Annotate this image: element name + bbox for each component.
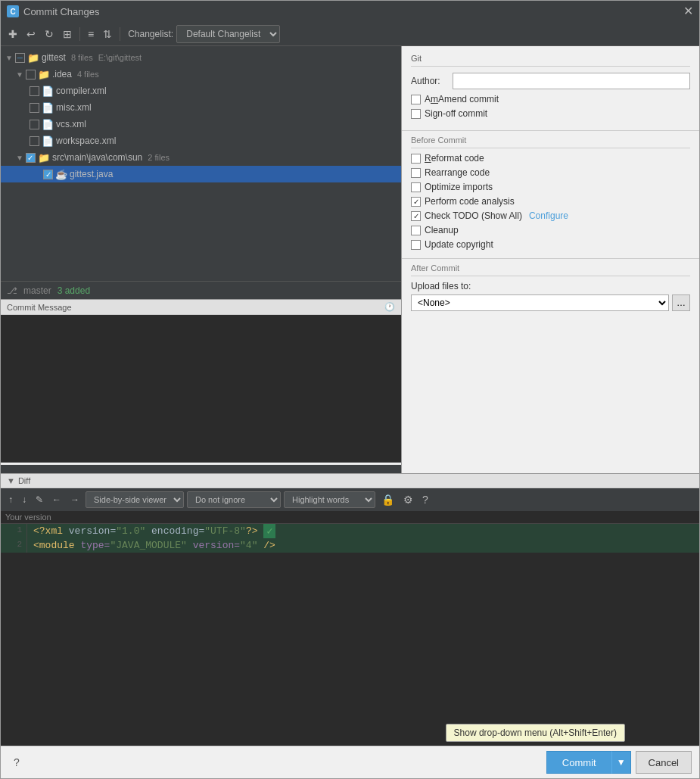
refresh-button[interactable]: ↻ [42,26,57,42]
cancel-button[interactable]: Cancel [636,751,692,774]
highlight-dropdown[interactable]: Highlight words Highlight lines Highligh… [284,491,375,508]
vcs-xml-icon: 📄 [42,119,54,130]
left-panel: ▼ ─ 📁 gittest 8 files E:\git\gittest ▼ 📁… [1,46,402,473]
author-row: Author: [411,73,690,89]
optimize-checkbox[interactable] [411,182,421,192]
main-content: ▼ ─ 📁 gittest 8 files E:\git\gittest ▼ 📁… [1,46,699,473]
tree-file-vcs[interactable]: 📄 vcs.xml [1,116,401,132]
your-version-label: Your version [1,511,699,524]
separator-2 [120,27,120,41]
tree-file-misc[interactable]: 📄 misc.xml [1,99,401,116]
amend-commit-label: AmAmend commit [425,94,499,104]
tree-file-gittest-java[interactable]: ✓ ☕ gittest.java [1,166,401,182]
workspace-xml-icon: 📄 [42,136,54,147]
add-button[interactable]: ✚ [5,26,20,42]
lock-button[interactable]: 🔒 [378,492,397,507]
commit-dropdown-button[interactable]: ▼ [611,751,631,774]
commit-changes-window: C Commit Changes ✕ ✚ ↩ ↻ ⊞ ≡ ⇅ Changelis… [0,0,700,779]
gittest-java-label: gittest.java [70,169,113,179]
commit-message-header: Commit Message 🕐 [1,300,401,315]
rearrange-label: Rearrange code [425,167,490,178]
workspace-checkbox[interactable] [30,136,39,146]
rearrange-row: Rearrange code [411,167,690,178]
diff-down-button[interactable]: ↓ [19,493,30,506]
idea-folder-icon: 📁 [38,69,50,80]
update-copyright-row: Update copyright [411,239,690,250]
reformat-row: Reformat code [411,153,690,164]
diff-line-content-2: <module type="JAVA_MODULE" version="4" /… [27,538,282,553]
help-diff-button[interactable]: ? [419,492,431,507]
cleanup-checkbox[interactable] [411,226,421,235]
expand-button[interactable]: ≡ [85,26,97,42]
tree-file-compiler[interactable]: 📄 compiler.xml [1,83,401,99]
changelist-dropdown[interactable]: Default Changelist [176,25,280,43]
workspace-label: workspace.xml [56,136,116,146]
diff-edit-button[interactable]: ✎ [33,493,46,506]
reformat-checkbox[interactable] [411,154,421,164]
root-folder-icon: 📁 [27,52,39,64]
reformat-label: Reformat code [425,153,484,164]
misc-checkbox[interactable] [30,103,39,113]
title-bar: C Commit Changes ✕ [1,1,699,22]
undo-button[interactable]: ↩ [23,26,39,42]
diff-back-button[interactable]: ← [49,493,64,506]
status-bar-left: ⎇ master 3 added [1,281,401,299]
check-todo-checkbox[interactable]: ✓ [411,211,421,221]
compiler-checkbox[interactable] [30,86,39,96]
diff-arrow-icon: ▼ [7,476,15,485]
commit-button[interactable]: Commit [546,751,611,774]
viewer-dropdown[interactable]: Side-by-side viewer Unified viewer [86,491,184,508]
commit-button-group: Commit ▼ Cancel [546,751,692,774]
git-header: Git [411,54,690,67]
settings-button[interactable]: ⚙ [400,492,416,507]
commit-message-input[interactable] [1,315,401,463]
idea-count: 4 files [77,70,99,79]
tree-file-workspace[interactable]: 📄 workspace.xml [1,132,401,149]
diff-line-1: 1 <?xml version="1.0" encoding="UTF-8"?>… [1,524,699,538]
commit-message-section: Commit Message 🕐 [1,299,401,465]
close-button[interactable]: ✕ [683,5,693,17]
signoff-checkbox[interactable] [411,109,421,119]
gittest-checkbox[interactable]: ✓ [43,170,53,179]
tree-src-folder[interactable]: ▼ ✓ 📁 src\main\java\com\sun 2 files [1,149,401,166]
right-panel: Git Author: AmAmend commit Sign-off comm… [402,46,699,473]
diff-up-button[interactable]: ↑ [5,493,16,506]
root-arrow: ▼ [5,54,13,62]
src-checkbox[interactable]: ✓ [26,153,36,163]
changelist-label: Changelist: [128,29,173,39]
tree-root[interactable]: ▼ ─ 📁 gittest 8 files E:\git\gittest [1,49,401,66]
update-copyright-label: Update copyright [425,239,493,250]
perform-checkbox[interactable]: ✓ [411,197,421,207]
ignore-dropdown[interactable]: Do not ignore Ignore whitespace [187,491,281,508]
amend-label-prefix: A [425,94,431,104]
amend-commit-row: AmAmend commit [411,94,690,104]
root-checkbox[interactable]: ─ [15,53,25,63]
tooltip-box: Show drop-down menu (Alt+Shift+Enter) [446,724,625,742]
rearrange-checkbox[interactable] [411,168,421,178]
tree-idea-folder[interactable]: ▼ 📁 .idea 4 files [1,66,401,83]
upload-settings-button[interactable]: … [672,294,690,311]
file-tree[interactable]: ▼ ─ 📁 gittest 8 files E:\git\gittest ▼ 📁… [1,46,401,281]
update-copyright-checkbox[interactable] [411,240,421,250]
group-button[interactable]: ⊞ [60,26,75,42]
compiler-xml-icon: 📄 [42,86,54,97]
src-count: 2 files [148,153,170,162]
collapse-button[interactable]: ⇅ [100,26,115,42]
toolbar: ✚ ↩ ↻ ⊞ ≡ ⇅ Changelist: Default Changeli… [1,22,699,46]
author-label: Author: [411,76,453,86]
vcs-checkbox[interactable] [30,120,39,129]
bottom-bar: ? Show drop-down menu (Alt+Shift+Enter) … [1,746,699,778]
added-badge: 3 added [58,285,90,296]
idea-arrow: ▼ [16,70,23,79]
configure-link[interactable]: Configure [529,210,568,221]
help-button[interactable]: ? [8,754,25,771]
amend-commit-checkbox[interactable] [411,95,421,104]
diff-forward-button[interactable]: → [67,493,82,506]
author-input[interactable] [453,73,690,89]
compiler-label: compiler.xml [56,86,107,96]
idea-checkbox[interactable] [26,70,36,79]
before-commit-section: Before Commit Reformat code Rearrange co… [402,130,699,258]
upload-dropdown[interactable]: <None> [411,294,669,311]
branch-icon: ⎇ [7,285,17,296]
commit-message-clock-icon: 🕐 [384,302,395,312]
